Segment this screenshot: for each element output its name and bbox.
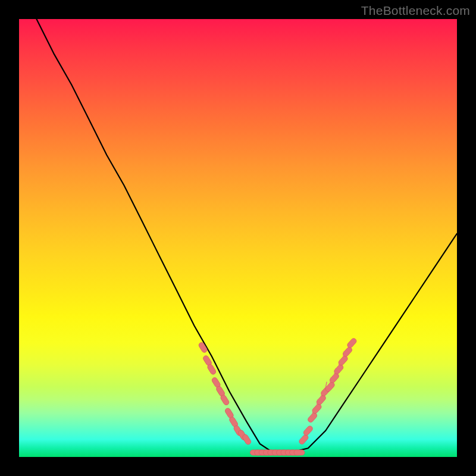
optimal-marker	[294, 450, 305, 455]
bottleneck-curve-path	[36, 19, 457, 453]
watermark-text: TheBottleneck.com	[361, 4, 470, 18]
marker-cluster-left	[198, 342, 252, 446]
optimal-marker	[206, 364, 217, 375]
optimal-marker	[302, 425, 314, 436]
curve-svg	[19, 19, 457, 457]
marker-cluster-bottom	[250, 450, 305, 455]
plot-area	[19, 19, 457, 457]
optimal-marker	[220, 394, 230, 406]
optimal-marker	[298, 434, 309, 445]
curve-layer	[36, 19, 457, 453]
marker-cluster-right	[298, 337, 358, 445]
optimal-marker	[346, 337, 358, 349]
chart-frame: TheBottleneck.com	[0, 0, 476, 476]
